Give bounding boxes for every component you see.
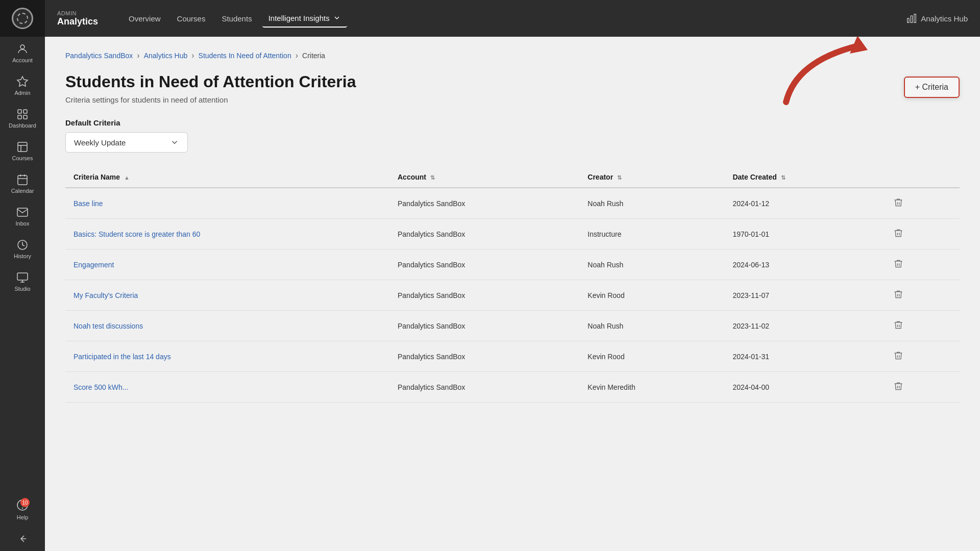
page-subtitle: Criteria settings for students in need o… xyxy=(65,95,356,104)
cell-account-5: Pandalytics SandBox xyxy=(389,341,579,372)
cell-date-0: 2024-01-12 xyxy=(724,188,880,219)
criteria-link-6[interactable]: Score 500 kWh... xyxy=(74,383,128,391)
table-row: Engagement Pandalytics SandBox Noah Rush… xyxy=(65,249,960,280)
table-header: Criteria Name ▲ Account ⇅ Creator ⇅ Date… xyxy=(65,167,960,188)
col-header-date[interactable]: Date Created ⇅ xyxy=(724,167,880,188)
page-header-left: Students in Need of Attention Criteria C… xyxy=(65,72,356,104)
svg-point-17 xyxy=(22,508,23,509)
default-criteria-value: Weekly Update xyxy=(74,138,164,147)
sidebar-item-admin[interactable]: Admin xyxy=(0,69,45,102)
sidebar: Account Admin Dashboard Courses Calendar… xyxy=(0,0,45,551)
criteria-link-4[interactable]: Noah test discussions xyxy=(74,322,143,330)
svg-rect-19 xyxy=(908,18,909,22)
cell-name-6: Score 500 kWh... xyxy=(65,372,389,403)
sidebar-bottom: 10 Help xyxy=(0,493,45,551)
criteria-link-3[interactable]: My Faculty's Criteria xyxy=(74,291,138,299)
main-wrapper: ADMIN Analytics Overview Courses Student… xyxy=(45,0,980,551)
sidebar-item-inbox[interactable]: Inbox xyxy=(0,200,45,233)
cell-account-1: Pandalytics SandBox xyxy=(389,219,579,249)
cell-creator-1: Instructure xyxy=(579,219,724,249)
sort-icon-name: ▲ xyxy=(124,174,130,181)
svg-rect-4 xyxy=(23,115,27,119)
cell-account-2: Pandalytics SandBox xyxy=(389,249,579,280)
cell-account-4: Pandalytics SandBox xyxy=(389,311,579,341)
content-area: Pandalytics SandBox › Analytics Hub › St… xyxy=(45,37,980,551)
default-criteria-dropdown[interactable]: Weekly Update xyxy=(65,132,188,153)
table-row: Noah test discussions Pandalytics SandBo… xyxy=(65,311,960,341)
breadcrumb: Pandalytics SandBox › Analytics Hub › St… xyxy=(65,51,960,60)
cell-creator-5: Kevin Rood xyxy=(579,341,724,372)
page-header: Students in Need of Attention Criteria C… xyxy=(65,72,960,104)
svg-rect-2 xyxy=(23,110,27,113)
sidebar-item-account[interactable]: Account xyxy=(0,37,45,69)
cell-date-3: 2023-11-07 xyxy=(724,280,880,311)
help-badge: 10 xyxy=(20,498,30,507)
analytics-hub-icon xyxy=(906,13,917,23)
criteria-btn-area: + Criteria xyxy=(904,77,960,98)
nav-link-overview[interactable]: Overview xyxy=(122,10,167,27)
table-body: Base line Pandalytics SandBox Noah Rush … xyxy=(65,188,960,403)
default-criteria-section: Default Criteria Weekly Update xyxy=(65,118,960,153)
breadcrumb-sep-3: › xyxy=(296,51,298,60)
breadcrumb-students-need[interactable]: Students In Need of Attention xyxy=(199,52,291,60)
brand: ADMIN Analytics xyxy=(57,10,98,27)
nav-link-courses[interactable]: Courses xyxy=(171,10,212,27)
breadcrumb-analytics-hub[interactable]: Analytics Hub xyxy=(144,52,188,60)
add-criteria-button[interactable]: + Criteria xyxy=(904,77,960,98)
cell-date-5: 2024-01-31 xyxy=(724,341,880,372)
sidebar-item-dashboard[interactable]: Dashboard xyxy=(0,102,45,135)
topnav: ADMIN Analytics Overview Courses Student… xyxy=(45,0,980,37)
delete-button-2[interactable] xyxy=(889,257,908,272)
cell-creator-0: Noah Rush xyxy=(579,188,724,219)
criteria-link-0[interactable]: Base line xyxy=(74,199,103,208)
cell-creator-4: Noah Rush xyxy=(579,311,724,341)
cell-date-6: 2024-04-00 xyxy=(724,372,880,403)
sidebar-item-history[interactable]: History xyxy=(0,233,45,265)
sidebar-item-courses[interactable]: Courses xyxy=(0,135,45,167)
delete-button-5[interactable] xyxy=(889,348,908,364)
delete-button-6[interactable] xyxy=(889,379,908,395)
sidebar-item-help[interactable]: 10 Help xyxy=(0,493,45,527)
svg-rect-20 xyxy=(911,16,913,22)
svg-rect-1 xyxy=(18,110,21,113)
nav-link-intelligent-insights[interactable]: Intelligent Insights xyxy=(262,10,347,28)
col-header-account[interactable]: Account ⇅ xyxy=(389,167,579,188)
svg-rect-21 xyxy=(914,14,916,23)
criteria-link-2[interactable]: Engagement xyxy=(74,261,114,269)
breadcrumb-pandalytics[interactable]: Pandalytics SandBox xyxy=(65,52,133,60)
cell-delete-4 xyxy=(881,311,960,341)
criteria-link-1[interactable]: Basics: Student score is greater than 60 xyxy=(74,230,200,238)
criteria-table: Criteria Name ▲ Account ⇅ Creator ⇅ Date… xyxy=(65,167,960,403)
table-row: Score 500 kWh... Pandalytics SandBox Kev… xyxy=(65,372,960,403)
default-criteria-label: Default Criteria xyxy=(65,118,960,127)
nav-link-students[interactable]: Students xyxy=(215,10,258,27)
criteria-link-5[interactable]: Participated in the last 14 days xyxy=(74,353,171,361)
sort-icon-date: ⇅ xyxy=(781,174,786,181)
cell-name-4: Noah test discussions xyxy=(65,311,389,341)
cell-name-2: Engagement xyxy=(65,249,389,280)
sidebar-item-studio[interactable]: Studio xyxy=(0,265,45,298)
col-header-name[interactable]: Criteria Name ▲ xyxy=(65,167,389,188)
delete-button-1[interactable] xyxy=(889,226,908,242)
cell-account-3: Pandalytics SandBox xyxy=(389,280,579,311)
cell-name-0: Base line xyxy=(65,188,389,219)
svg-rect-8 xyxy=(18,176,27,185)
delete-button-0[interactable] xyxy=(889,195,908,211)
delete-button-3[interactable] xyxy=(889,287,908,303)
cell-creator-3: Kevin Rood xyxy=(579,280,724,311)
sidebar-collapse-button[interactable] xyxy=(0,527,45,551)
breadcrumb-current: Criteria xyxy=(302,52,325,60)
page-title: Students in Need of Attention Criteria xyxy=(65,72,356,91)
table-row: My Faculty's Criteria Pandalytics SandBo… xyxy=(65,280,960,311)
breadcrumb-sep-1: › xyxy=(137,51,139,60)
table-row: Base line Pandalytics SandBox Noah Rush … xyxy=(65,188,960,219)
cell-delete-2 xyxy=(881,249,960,280)
sort-icon-creator: ⇅ xyxy=(617,174,622,181)
cell-delete-1 xyxy=(881,219,960,249)
breadcrumb-sep-2: › xyxy=(191,51,194,60)
sidebar-item-calendar[interactable]: Calendar xyxy=(0,167,45,200)
delete-button-4[interactable] xyxy=(889,318,908,334)
col-header-creator[interactable]: Creator ⇅ xyxy=(579,167,724,188)
cell-delete-0 xyxy=(881,188,960,219)
analytics-hub-label[interactable]: Analytics Hub xyxy=(921,14,968,23)
